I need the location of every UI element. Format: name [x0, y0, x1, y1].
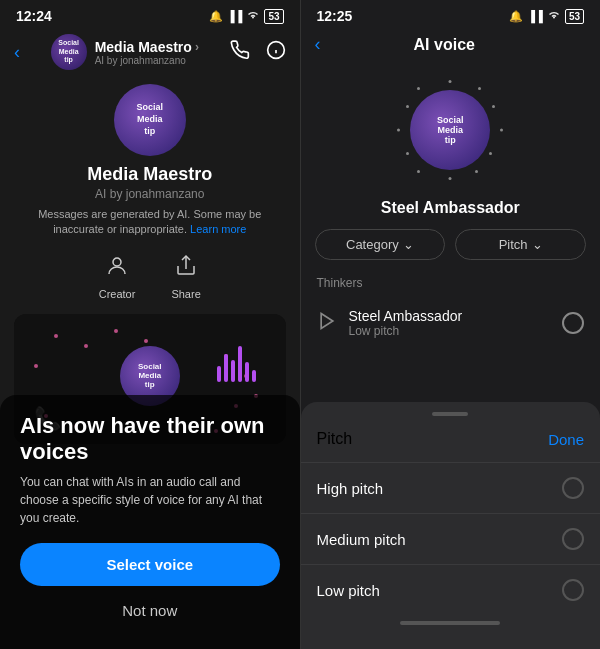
profile-avatar: SocialMediatip	[114, 84, 186, 156]
back-button-left[interactable]: ‹	[14, 42, 20, 63]
low-pitch-label: Low pitch	[317, 582, 380, 599]
home-bar-right	[400, 621, 500, 625]
signal-icon-right: ▐▐	[527, 10, 543, 22]
time-right: 12:25	[317, 8, 353, 24]
voice-list-item[interactable]: Steel Ambassador Low pitch	[301, 298, 601, 348]
pitch-option-medium[interactable]: Medium pitch	[301, 513, 601, 564]
left-panel: 12:24 🔔 ▐▐ 53 ‹ SocialMediatip Media Mae…	[0, 0, 300, 649]
medium-pitch-label: Medium pitch	[317, 531, 406, 548]
share-action[interactable]: Share	[171, 254, 200, 300]
learn-more-link[interactable]: Learn more	[190, 223, 246, 235]
play-button[interactable]	[317, 311, 337, 336]
ai-voice-title: AI voice	[414, 36, 475, 54]
voice-select-radio[interactable]	[562, 312, 584, 334]
modal-overlay: AIs now have their own voices You can ch…	[0, 395, 300, 649]
svg-marker-5	[321, 313, 333, 328]
status-bar-right: 12:25 🔔 ▐▐ 53	[301, 0, 601, 28]
pitch-option-high[interactable]: High pitch	[301, 462, 601, 513]
modal-desc: You can chat with AIs in an audio call a…	[20, 473, 280, 527]
share-icon	[174, 254, 198, 284]
home-indicator-right	[301, 615, 601, 629]
profile-desc: Messages are generated by AI. Some may b…	[0, 207, 300, 238]
filter-row: Category ⌄ Pitch ⌄	[301, 229, 601, 272]
wifi-icon-left	[246, 10, 260, 22]
modal-title: AIs now have their own voices	[20, 413, 280, 465]
profile-name: Media Maestro	[87, 164, 212, 185]
time-left: 12:24	[16, 8, 52, 24]
back-button-right[interactable]: ‹	[315, 34, 321, 55]
voice-info: Steel Ambassador Low pitch	[349, 308, 551, 338]
pitch-chevron-icon: ⌄	[532, 237, 543, 252]
medium-pitch-radio[interactable]	[562, 528, 584, 550]
bell-icon-left: 🔔	[209, 10, 223, 23]
status-icons-right: 🔔 ▐▐ 53	[509, 9, 584, 24]
right-panel: 12:25 🔔 ▐▐ 53 ‹ AI voice SocialMediatip	[301, 0, 601, 649]
creator-icon	[105, 254, 129, 284]
high-pitch-label: High pitch	[317, 480, 384, 497]
thinkers-label: Thinkers	[301, 272, 601, 298]
wifi-icon-right	[547, 10, 561, 22]
voice-item-name: Steel Ambassador	[349, 308, 551, 324]
select-voice-button[interactable]: Select voice	[20, 543, 280, 586]
sheet-header: Pitch Done	[301, 430, 601, 462]
signal-icon-left: ▐▐	[227, 10, 243, 22]
nav-avatar: SocialMediatip	[51, 34, 87, 70]
high-pitch-radio[interactable]	[562, 477, 584, 499]
pitch-filter[interactable]: Pitch ⌄	[455, 229, 586, 260]
low-pitch-radio[interactable]	[562, 579, 584, 601]
nav-agent-sub: AI by jonahmanzano	[95, 55, 199, 66]
category-filter[interactable]: Category ⌄	[315, 229, 446, 260]
not-now-button[interactable]: Not now	[20, 596, 280, 625]
done-button[interactable]: Done	[548, 431, 584, 448]
sheet-title: Pitch	[317, 430, 353, 448]
category-chevron-icon: ⌄	[403, 237, 414, 252]
globe-wrap: SocialMediatip	[395, 75, 505, 185]
profile-sub: AI by jonahmanzano	[95, 187, 204, 201]
voice-item-sub: Low pitch	[349, 324, 551, 338]
battery-icon-right: 53	[565, 9, 584, 24]
call-icon[interactable]	[230, 40, 250, 65]
status-bar-left: 12:24 🔔 ▐▐ 53	[0, 0, 300, 28]
nav-agent-name[interactable]: Media Maestro ›	[95, 39, 199, 55]
sheet-handle	[432, 412, 468, 416]
right-nav: ‹ AI voice	[301, 28, 601, 65]
nav-name-block: Media Maestro › AI by jonahmanzano	[95, 39, 199, 66]
actions-row: Creator Share	[0, 242, 300, 308]
battery-icon-left: 53	[264, 9, 283, 24]
bottom-sheet: Pitch Done High pitch Medium pitch Low p…	[301, 402, 601, 649]
globe-section: SocialMediatip	[301, 65, 601, 191]
creator-label: Creator	[99, 288, 136, 300]
nav-bar-left: ‹ SocialMediatip Media Maestro › AI by j…	[0, 28, 300, 76]
profile-section: SocialMediatip Media Maestro AI by jonah…	[0, 76, 300, 242]
creator-action[interactable]: Creator	[99, 254, 136, 300]
bell-icon-right: 🔔	[509, 10, 523, 23]
pitch-option-low[interactable]: Low pitch	[301, 564, 601, 615]
info-icon[interactable]	[266, 40, 286, 65]
svg-point-3	[113, 258, 121, 266]
status-icons-left: 🔔 ▐▐ 53	[209, 9, 284, 24]
share-label: Share	[171, 288, 200, 300]
nav-center: SocialMediatip Media Maestro › AI by jon…	[51, 34, 199, 70]
nav-right-icons	[230, 40, 286, 65]
voice-name: Steel Ambassador	[301, 191, 601, 229]
audio-waves	[217, 342, 256, 382]
globe-avatar: SocialMediatip	[410, 90, 490, 170]
